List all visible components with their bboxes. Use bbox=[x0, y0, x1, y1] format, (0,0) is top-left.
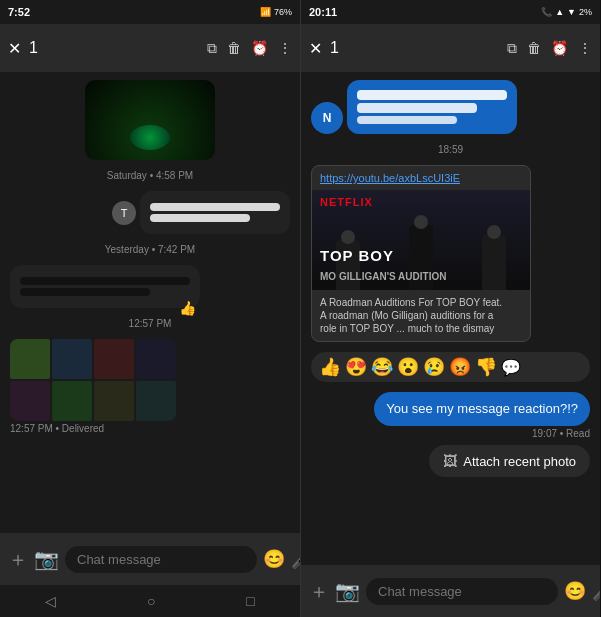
left-phone-panel: 7:52 📶 76% ✕ 1 ⧉ 🗑 ⏰ ⋮ Saturday • 4:58 P… bbox=[0, 0, 300, 617]
right-link-preview-card[interactable]: https://youtu.be/axbLscUI3iE NETFLIX TOP… bbox=[311, 165, 531, 342]
right-read-label: 19:07 • Read bbox=[532, 428, 590, 439]
right-link-title: TOP BOY bbox=[320, 247, 394, 264]
right-link-subtitle: MO GILLIGAN'S AUDITION bbox=[320, 271, 446, 282]
right-mic-icon[interactable]: 🎤 bbox=[592, 580, 600, 602]
right-msg-avatar-scribble: N bbox=[311, 80, 590, 134]
left-delivered-label: 12:57 PM • Delivered bbox=[10, 423, 104, 434]
left-incoming-scribble bbox=[20, 273, 190, 300]
right-msg-link-preview: https://youtu.be/axbLscUI3iE NETFLIX TOP… bbox=[311, 165, 590, 342]
left-msg-media-grid: 12:57 PM • Delivered bbox=[10, 339, 290, 434]
right-avatar: N bbox=[311, 102, 343, 134]
left-status-bar: 7:52 📶 76% bbox=[0, 0, 300, 24]
right-battery-text: 2% bbox=[579, 7, 592, 17]
right-input-bar: ＋ 📷 😊 🎤 bbox=[301, 565, 600, 617]
right-status-icons: 📞 ▲ ▼ 2% bbox=[541, 7, 592, 17]
left-thumbs-up-reaction: 👍 bbox=[179, 300, 196, 316]
left-incoming-scribble-2 bbox=[20, 288, 150, 296]
right-scribble-bubble[interactable] bbox=[347, 80, 517, 134]
right-outgoing-bubble[interactable]: You see my message reaction?!? bbox=[374, 392, 590, 426]
left-delete-icon[interactable]: 🗑 bbox=[227, 40, 241, 56]
left-close-button[interactable]: ✕ bbox=[8, 39, 21, 58]
right-outgoing-text: You see my message reaction?!? bbox=[386, 401, 578, 416]
left-copy-icon[interactable]: ⧉ bbox=[207, 40, 217, 57]
right-selection-count: 1 bbox=[330, 39, 499, 57]
right-copy-icon[interactable]: ⧉ bbox=[507, 40, 517, 57]
left-outgoing-redacted-bubble[interactable] bbox=[140, 191, 290, 234]
right-reaction-laugh[interactable]: 😂 bbox=[371, 356, 393, 378]
right-scribble-1 bbox=[357, 90, 507, 100]
right-chat-input[interactable] bbox=[366, 578, 558, 605]
left-scribble-line-2 bbox=[150, 214, 250, 222]
right-msg-attach-photo: 🖼 Attach recent photo bbox=[311, 445, 590, 477]
right-scribble-3 bbox=[357, 116, 457, 124]
left-grid-thumb-4 bbox=[136, 339, 176, 379]
left-emoji-icon[interactable]: 😊 bbox=[263, 548, 285, 570]
left-more-icon[interactable]: ⋮ bbox=[278, 40, 292, 56]
left-status-icons: 📶 76% bbox=[260, 7, 292, 17]
right-reaction-sad[interactable]: 😢 bbox=[423, 356, 445, 378]
right-reaction-thumbsup[interactable]: 👍 bbox=[319, 356, 341, 378]
left-time: 7:52 bbox=[8, 6, 30, 18]
left-mic-icon[interactable]: 🎤 bbox=[291, 548, 300, 570]
left-redacted-content bbox=[150, 199, 280, 226]
right-reaction-wow[interactable]: 😮 bbox=[397, 356, 419, 378]
left-msg-incoming-redacted: 👍 bbox=[10, 265, 290, 308]
right-add-icon[interactable]: ＋ bbox=[309, 578, 329, 605]
right-more-icon[interactable]: ⋮ bbox=[578, 40, 592, 56]
left-photo-icon[interactable]: 📷 bbox=[34, 547, 59, 571]
right-time: 20:11 bbox=[309, 6, 337, 18]
right-status-bar: 20:11 📞 ▲ ▼ 2% bbox=[301, 0, 600, 24]
right-delete-icon[interactable]: 🗑 bbox=[527, 40, 541, 56]
right-man-3 bbox=[482, 235, 506, 290]
left-back-nav-icon[interactable]: ◁ bbox=[45, 593, 56, 609]
left-incoming-scribble-1 bbox=[20, 277, 190, 285]
right-photo-icon[interactable]: 📷 bbox=[335, 579, 360, 603]
right-scribble-2 bbox=[357, 103, 477, 113]
left-home-nav-icon[interactable]: ○ bbox=[147, 593, 155, 609]
right-signal-icon: ▲ bbox=[555, 7, 564, 17]
right-link-desc-3: role in TOP BOY ... much to the dismay bbox=[320, 322, 522, 335]
left-grid-thumb-8 bbox=[136, 381, 176, 421]
left-grid-thumb-5 bbox=[10, 381, 50, 421]
right-timestamp-1: 18:59 bbox=[311, 144, 590, 155]
left-media-glow bbox=[130, 125, 170, 150]
left-media-image[interactable] bbox=[85, 80, 215, 160]
left-incoming-redacted-bubble[interactable]: 👍 bbox=[10, 265, 200, 308]
right-chat-area: N 18:59 https://youtu.be/axbLscUI3iE NET… bbox=[301, 72, 600, 565]
right-attach-label: Attach recent photo bbox=[463, 454, 576, 469]
right-alarm-icon[interactable]: ⏰ bbox=[551, 40, 568, 56]
right-reaction-thumbsdown[interactable]: 👎 bbox=[475, 356, 497, 378]
right-reaction-chat[interactable]: 💬 bbox=[501, 358, 521, 377]
right-link-image: NETFLIX TOP BOY MO GILLIGAN'S AUDITION bbox=[312, 190, 530, 290]
right-scribble-content bbox=[357, 86, 507, 128]
left-grid-thumb-7 bbox=[94, 381, 134, 421]
left-signal-icon: 📶 bbox=[260, 7, 271, 17]
right-attach-icon: 🖼 bbox=[443, 453, 457, 469]
left-scribble-line-1 bbox=[150, 203, 280, 211]
left-grid-thumb-2 bbox=[52, 339, 92, 379]
left-grid-thumb-3 bbox=[94, 339, 134, 379]
right-close-button[interactable]: ✕ bbox=[309, 39, 322, 58]
left-msg-avatar: T bbox=[112, 201, 136, 225]
right-netflix-logo: NETFLIX bbox=[320, 196, 373, 208]
left-chat-header: ✕ 1 ⧉ 🗑 ⏰ ⋮ bbox=[0, 24, 300, 72]
left-msg-media-top bbox=[10, 80, 290, 160]
right-reaction-heart-eyes[interactable]: 😍 bbox=[345, 356, 367, 378]
right-link-desc-1: A Roadman Auditions For TOP BOY feat. bbox=[320, 296, 522, 309]
left-alarm-icon[interactable]: ⏰ bbox=[251, 40, 268, 56]
left-chat-input[interactable] bbox=[65, 546, 257, 573]
right-wifi-icon: ▼ bbox=[567, 7, 576, 17]
left-msg-outgoing-redacted: T bbox=[10, 191, 290, 234]
right-phone-panel: 20:11 📞 ▲ ▼ 2% ✕ 1 ⧉ 🗑 ⏰ ⋮ N bbox=[300, 0, 600, 617]
left-recent-nav-icon[interactable]: □ bbox=[246, 593, 254, 609]
left-chat-area: Saturday • 4:58 PM T Yesterday • 7:42 PM bbox=[0, 72, 300, 533]
right-reaction-bar[interactable]: 👍 😍 😂 😮 😢 😡 👎 💬 bbox=[311, 352, 590, 382]
right-emoji-icon[interactable]: 😊 bbox=[564, 580, 586, 602]
right-reaction-angry[interactable]: 😡 bbox=[449, 356, 471, 378]
left-battery-icon: 76% bbox=[274, 7, 292, 17]
right-attach-photo-button[interactable]: 🖼 Attach recent photo bbox=[429, 445, 590, 477]
left-input-bar: ＋ 📷 😊 🎤 bbox=[0, 533, 300, 585]
left-add-icon[interactable]: ＋ bbox=[8, 546, 28, 573]
right-link-url[interactable]: https://youtu.be/axbLscUI3iE bbox=[312, 166, 530, 190]
left-media-grid[interactable] bbox=[10, 339, 176, 421]
